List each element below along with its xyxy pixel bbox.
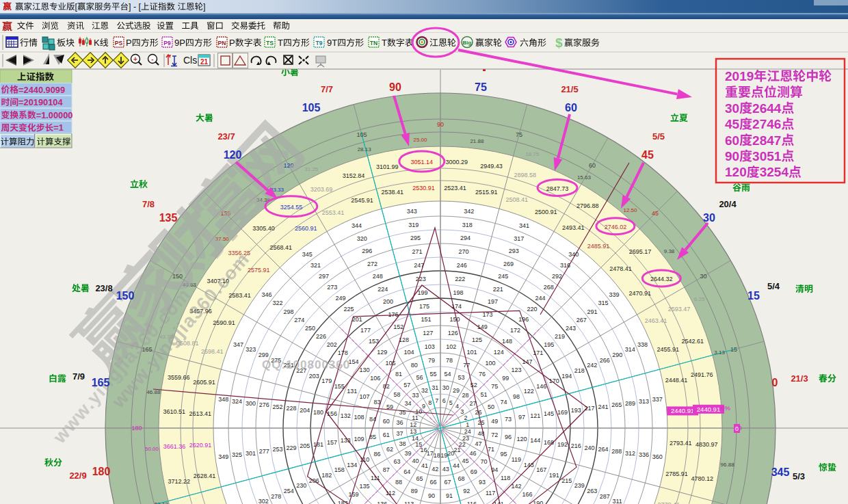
svg-text:3.13: 3.13: [714, 349, 725, 356]
svg-text:15: 15: [730, 346, 737, 353]
svg-text:2538.41: 2538.41: [382, 189, 404, 196]
svg-text:200: 200: [383, 298, 393, 305]
svg-text:215: 215: [561, 477, 572, 484]
svg-text:107: 107: [360, 393, 370, 400]
svg-text:=1.00000: =1.00000: [36, 110, 73, 120]
svg-text:318: 318: [462, 222, 473, 228]
svg-text:230: 230: [296, 482, 306, 489]
svg-text:144: 144: [530, 437, 540, 444]
svg-text:5/5: 5/5: [652, 131, 665, 142]
svg-text:317: 317: [514, 235, 524, 242]
svg-text:2440.91: 2440.91: [671, 407, 694, 414]
svg-text:197: 197: [488, 298, 498, 305]
svg-text:177: 177: [360, 327, 371, 334]
svg-text:=2440.9099: =2440.9099: [18, 85, 65, 95]
svg-text:57: 57: [403, 382, 410, 388]
svg-text:116: 116: [467, 501, 477, 504]
svg-text:-: -: [151, 55, 153, 63]
svg-text:296: 296: [362, 248, 372, 254]
svg-text:166: 166: [522, 491, 532, 498]
svg-text:2553.41: 2553.41: [322, 209, 345, 216]
svg-text:145: 145: [544, 410, 554, 417]
svg-text:119: 119: [512, 456, 521, 463]
svg-text:94: 94: [491, 466, 498, 473]
svg-text:267: 267: [577, 317, 587, 323]
svg-text:2593.47: 2593.47: [668, 306, 691, 313]
svg-text:192: 192: [557, 441, 568, 448]
svg-text:60: 60: [589, 162, 596, 169]
svg-text:34: 34: [404, 400, 411, 407]
svg-text:50: 50: [488, 403, 494, 410]
svg-text:120: 120: [725, 165, 747, 179]
svg-text:180: 180: [131, 425, 142, 432]
svg-text:289: 289: [625, 400, 635, 407]
svg-text:88: 88: [395, 479, 402, 486]
svg-text:0%: 0%: [721, 404, 730, 412]
svg-text:125: 125: [472, 336, 482, 343]
svg-text:2: 2: [464, 414, 467, 421]
svg-text:QQ:100800360: QQ:100800360: [262, 358, 350, 371]
svg-text:75: 75: [475, 81, 487, 93]
svg-text:3305.40: 3305.40: [252, 225, 275, 232]
svg-text:221: 221: [493, 286, 503, 293]
svg-text:111: 111: [371, 475, 380, 481]
svg-text:75: 75: [516, 131, 522, 138]
svg-text:134: 134: [347, 462, 357, 468]
svg-text:241: 241: [598, 403, 608, 410]
svg-text:226: 226: [316, 333, 326, 340]
svg-text:263: 263: [587, 488, 597, 494]
svg-text:27: 27: [470, 400, 477, 407]
svg-text:271: 271: [412, 248, 423, 255]
svg-text:254: 254: [284, 488, 294, 494]
svg-text:99: 99: [502, 375, 509, 382]
svg-text:54: 54: [444, 371, 451, 377]
svg-text:343: 343: [407, 208, 417, 215]
svg-text:45: 45: [641, 149, 654, 161]
svg-text:P9: P9: [163, 40, 171, 47]
svg-text:9T: 9T: [327, 38, 337, 48]
svg-text:181: 181: [313, 441, 323, 448]
svg-text:2605.91: 2605.91: [193, 379, 215, 386]
svg-text:341: 341: [519, 222, 529, 229]
svg-text:142: 142: [512, 483, 522, 490]
svg-text:249: 249: [335, 295, 345, 302]
svg-text:153: 153: [369, 338, 379, 345]
svg-text:324: 324: [232, 398, 242, 405]
svg-text:7/8: 7/8: [142, 199, 155, 209]
svg-text:124: 124: [494, 349, 504, 356]
svg-text:224: 224: [377, 286, 388, 293]
svg-text:3559.66: 3559.66: [168, 374, 190, 381]
svg-text:85: 85: [369, 434, 376, 440]
svg-text:325: 325: [232, 451, 242, 458]
svg-text:75: 75: [491, 383, 498, 390]
svg-text:120: 120: [516, 436, 527, 442]
svg-text:204: 204: [300, 407, 310, 414]
svg-text:20/4: 20/4: [719, 199, 737, 209]
svg-text:77: 77: [463, 362, 470, 369]
svg-text:3: 3: [460, 408, 464, 415]
svg-text:53.13: 53.13: [155, 501, 169, 504]
svg-text:265: 265: [611, 401, 622, 408]
svg-text:Cls: Cls: [183, 55, 197, 66]
svg-text:101: 101: [466, 349, 477, 356]
svg-text:348: 348: [218, 396, 228, 403]
svg-text:150: 150: [449, 316, 460, 323]
svg-text:28: 28: [462, 392, 468, 399]
svg-text:60: 60: [725, 133, 739, 148]
svg-text:198: 198: [453, 289, 464, 296]
svg-text:2793.41: 2793.41: [670, 440, 692, 447]
svg-text:105: 105: [357, 131, 367, 138]
svg-text:2644: 2644: [752, 101, 782, 116]
svg-text:43: 43: [442, 466, 449, 473]
svg-text:311: 311: [613, 498, 622, 504]
svg-text:105: 105: [385, 360, 395, 367]
svg-text:TS: TS: [266, 40, 274, 47]
svg-text:2644.32: 2644.32: [650, 276, 673, 282]
svg-text:69: 69: [471, 468, 477, 475]
svg-text:273: 273: [327, 284, 337, 291]
svg-text:173: 173: [482, 311, 492, 318]
svg-text:106: 106: [370, 375, 380, 382]
svg-text:270: 270: [458, 248, 468, 255]
svg-text:314: 314: [625, 346, 635, 353]
svg-text:3712.22: 3712.22: [168, 478, 191, 485]
